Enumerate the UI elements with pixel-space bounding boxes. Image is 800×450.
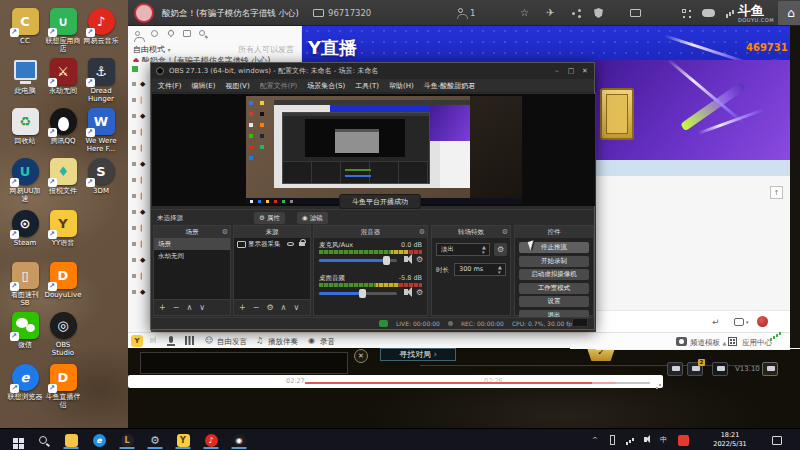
cancel-match-button[interactable]: ✕ <box>354 349 368 363</box>
yy-channel-tree[interactable]: ◆|◆||◆||◆||◆|◆ <box>128 62 151 348</box>
speaker-icon[interactable] <box>150 338 153 343</box>
mode-dropdown[interactable]: 自由模式 ▾ <box>133 44 171 55</box>
taskbar-edge[interactable]: e <box>86 431 112 449</box>
douyu-tray-icon[interactable] <box>678 435 689 446</box>
card-icon[interactable] <box>183 30 191 37</box>
qr-code-icon[interactable] <box>728 337 737 346</box>
chat-input-row[interactable]: ↵ ▾ <box>596 310 790 332</box>
room-title-bar[interactable]: 酸奶盒！(有骗子模仿名字借钱 小心) 96717320 1 ☆ ✈ ⌂ 斗鱼 D… <box>128 0 800 26</box>
desktop-icon-naraka[interactable]: ⚔↗ 永劫无间 <box>44 58 82 95</box>
control-button[interactable]: 启动虚拟摄像机 <box>519 269 589 280</box>
network-icon[interactable] <box>626 442 628 445</box>
volume-slider[interactable] <box>319 259 397 262</box>
add-scene-button[interactable]: + <box>159 304 166 312</box>
chat-bubble-icon[interactable] <box>734 318 744 326</box>
music-note-icon[interactable]: ♫ <box>256 336 263 345</box>
game-voice-icon[interactable] <box>712 362 728 376</box>
sources-dock-title[interactable]: 来源 <box>234 226 310 238</box>
ime-indicator[interactable]: 中 <box>660 429 667 450</box>
add-source-button[interactable]: + <box>239 304 246 312</box>
menu-item[interactable]: 文件(F) <box>158 81 182 91</box>
share-icon[interactable] <box>572 12 575 15</box>
menu-item[interactable]: 编辑(E) <box>192 81 216 91</box>
channel-tree-item[interactable]: | <box>128 236 150 252</box>
channel-tree-item[interactable]: ◆ <box>128 76 150 92</box>
source-row[interactable]: 显示器采集 <box>234 238 310 250</box>
microphone-icon[interactable] <box>169 336 173 343</box>
desktop-icon-this-pc[interactable]: 此电脑 <box>6 58 44 95</box>
taskbar-explorer[interactable] <box>58 431 84 449</box>
channel-tree-item[interactable]: ◆ <box>128 204 150 220</box>
gift-box-icon[interactable] <box>600 88 634 140</box>
channel-tree-item[interactable]: ◆ <box>128 108 150 124</box>
channel-tree-item[interactable]: | <box>128 124 150 140</box>
filters-button[interactable]: ◉ 滤镜 <box>297 212 328 224</box>
send-plane-icon[interactable]: ✈ <box>546 0 554 26</box>
visibility-eye-icon[interactable] <box>287 242 294 246</box>
template-toggle[interactable]: 频道模板 ▲ <box>690 338 726 348</box>
menu-item[interactable]: 帮助(H) <box>389 81 414 91</box>
free-speak-label[interactable]: 自由发言 <box>217 337 247 347</box>
favorite-star-icon[interactable]: ☆ <box>520 0 529 26</box>
transition-gear-button[interactable]: ⚙ <box>494 243 507 256</box>
start-button[interactable] <box>2 431 28 449</box>
desktop-icon-obs-studio[interactable]: ◎ OBS Studio <box>44 312 82 357</box>
app-center-link[interactable]: 应用中心 <box>742 338 772 348</box>
remove-scene-button[interactable]: − <box>173 304 180 312</box>
game-currency-icon[interactable] <box>762 362 778 376</box>
stepper-icons[interactable]: ▾ <box>498 270 501 275</box>
smiley-icon[interactable]: ☺ <box>205 336 213 345</box>
grid-icon[interactable] <box>682 9 686 13</box>
mixer-dock-title[interactable]: 混音器 <box>314 226 427 238</box>
home-icon[interactable]: ⌂ <box>778 1 800 25</box>
taskbar-search[interactable] <box>30 431 56 449</box>
desktop-icon-douyu-live[interactable]: D↗ DouyuLive <box>44 262 82 299</box>
channel-tree-item[interactable]: ◆ <box>128 252 150 268</box>
rose-gift-icon[interactable] <box>757 316 768 327</box>
channel-gear-icon[interactable]: ⚙ <box>416 256 423 264</box>
battery-icon[interactable] <box>610 435 615 445</box>
source-properties-button[interactable]: ⚙ <box>266 304 273 312</box>
dock-gear-icon[interactable]: ⚙ <box>419 226 425 238</box>
desktop-icon-steam[interactable]: ⊙↗ Steam <box>6 210 44 247</box>
action-center-icon[interactable] <box>772 436 782 445</box>
desktop-icon-sb-app[interactable]: ▯↗ 看图速刊 SB <box>6 262 44 307</box>
desktop-icon-douyu-companion[interactable]: D↗ 斗鱼直播伴侣 <box>44 364 82 409</box>
control-button[interactable]: 工作室模式 <box>519 283 589 294</box>
desktop-icon-3dm[interactable]: S↗ 3DM <box>82 158 120 195</box>
desktop-icon-uu-booster[interactable]: U↗ 网易UU加速 <box>6 158 44 203</box>
source-up-button[interactable]: ∧ <box>281 304 287 312</box>
controls-dock-title[interactable]: 控件 <box>515 226 593 238</box>
yy-logo-icon[interactable]: Y <box>131 335 143 347</box>
desktop-icon-lenovo-store[interactable]: ∪↗ 联想应用商店 <box>44 8 82 53</box>
video-icon[interactable] <box>630 9 641 17</box>
location-icon[interactable] <box>167 29 175 37</box>
minimize-button[interactable]: – <box>550 63 564 79</box>
mute-speaker-icon[interactable] <box>404 289 408 295</box>
rank-bars-icon[interactable] <box>726 14 728 18</box>
desktop-icon-yy-voice[interactable]: Y↗ YY语音 <box>44 210 82 247</box>
channel-tree-item[interactable]: | <box>128 92 150 108</box>
desktop-icon-we-were-here[interactable]: W↗ We Were Here F... <box>82 108 120 153</box>
search-icon[interactable] <box>199 30 205 36</box>
scene-down-button[interactable]: ∨ <box>199 304 205 312</box>
scroll-top-button[interactable]: ↑ <box>770 186 783 199</box>
channel-tree-item[interactable]: | <box>128 268 150 284</box>
source-down-button[interactable]: ∨ <box>293 304 299 312</box>
mute-speaker-icon[interactable] <box>404 256 408 262</box>
properties-button[interactable]: ⚙ 属性 <box>254 212 285 224</box>
channel-tree-item[interactable]: ◆ <box>128 156 150 172</box>
dock-gear-icon[interactable]: ⚙ <box>502 226 508 238</box>
record-icon[interactable]: ◉ <box>308 336 315 345</box>
channel-tree-item[interactable]: | <box>128 188 150 204</box>
gamepad-icon[interactable] <box>702 9 715 17</box>
desktop-icon-lenovo-browser[interactable]: e↗ 联想浏览器 <box>6 364 44 401</box>
transitions-dock-title[interactable]: 转场特效 <box>432 226 510 238</box>
status-ring-icon[interactable] <box>151 30 158 37</box>
taskbar-netease-music[interactable]: ♪ <box>198 431 224 449</box>
taskbar-game-launcher[interactable]: L <box>114 431 140 449</box>
channel-tree-item[interactable]: | <box>128 172 150 188</box>
clock[interactable]: 18:21 2022/5/31 <box>700 431 760 449</box>
desktop-icon-dread-hunger[interactable]: ⚓↗ Dread Hunger <box>82 58 120 103</box>
desktop-icon-tax-folder[interactable]: ♦↗ 报税文件 <box>44 158 82 195</box>
